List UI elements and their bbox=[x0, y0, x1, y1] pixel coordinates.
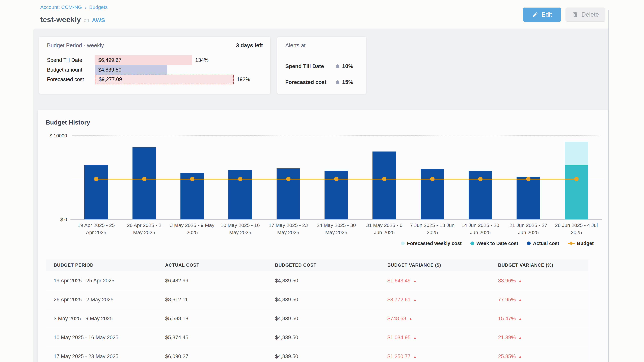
budget-amount-bar: $4,839.50 bbox=[95, 65, 167, 75]
table-cell-period: 19 Apr 2025 - 25 Apr 2025 bbox=[46, 271, 157, 290]
increase-triangle-icon: ▲ bbox=[413, 279, 417, 283]
increase-triangle-icon: ▲ bbox=[518, 298, 522, 302]
table-cell-actual: $6,090.27 bbox=[157, 347, 267, 362]
x-axis-label: 31 May 2025 - 6 Jun 2025 bbox=[362, 222, 407, 236]
table-cell-actual: $6,482.99 bbox=[157, 271, 267, 290]
alert-spend-label: Spend Till Date bbox=[285, 63, 324, 69]
breadcrumb-budgets-link[interactable]: Budgets bbox=[89, 4, 108, 10]
table-row: 19 Apr 2025 - 25 Apr 2025$6,482.99$4,839… bbox=[46, 271, 588, 290]
table-cell-variance-usd: $1,643.49▲ bbox=[379, 271, 490, 290]
alerts-title: Alerts at bbox=[285, 42, 306, 49]
x-axis-label: 10 May 2025 - 16 May 2025 bbox=[218, 222, 263, 236]
budget-history-table: BUDGET PERIODACTUAL COSTBUDGETED COSTBUD… bbox=[46, 259, 588, 362]
table-cell-budgeted: $4,839.50 bbox=[267, 271, 379, 290]
alert-row: Forecasted cost 15% bbox=[285, 77, 353, 87]
table-cell-actual: $5,588.18 bbox=[157, 309, 267, 328]
legend-label: Week to Date cost bbox=[476, 241, 518, 246]
legend-label: Actual cost bbox=[533, 241, 559, 246]
chart-bar-week-to-date[interactable] bbox=[565, 165, 588, 220]
breadcrumb: Account: CCM-NG › Budgets bbox=[40, 4, 108, 10]
title-connector: on bbox=[84, 17, 89, 23]
legend-label: Budget bbox=[577, 241, 594, 246]
budget-line-marker bbox=[142, 177, 146, 181]
budget-amount-label: Budget amount bbox=[47, 65, 82, 75]
table-cell-budgeted: $4,839.50 bbox=[267, 347, 379, 362]
alerts-card: Alerts at Spend Till Date 10% Forecasted… bbox=[277, 37, 366, 94]
budget-line-marker bbox=[478, 177, 482, 181]
legend-line-diamond-icon bbox=[568, 242, 574, 245]
table-cell-actual: $8,612.11 bbox=[157, 290, 267, 309]
chart-bar-forecast[interactable] bbox=[565, 142, 588, 165]
table-cell-variance-pct: 77.95%▲ bbox=[490, 290, 588, 309]
forecasted-cost-bar: $9,277.09 bbox=[95, 75, 234, 84]
increase-triangle-icon: ▲ bbox=[518, 355, 522, 359]
legend-item-actual-cost[interactable]: Actual cost bbox=[527, 241, 559, 246]
chart-bar-actual[interactable] bbox=[372, 151, 396, 220]
budget-period-title: Budget Period - weekly bbox=[47, 42, 104, 49]
budget-period-card: Budget Period - weekly 3 days left Spend… bbox=[39, 37, 270, 94]
x-axis-label: 21 Jun 2025 - 27 Jun 2025 bbox=[506, 222, 551, 236]
table-header-budget-variance-: BUDGET VARIANCE ($) bbox=[379, 259, 490, 271]
legend-item-budget[interactable]: Budget bbox=[568, 241, 594, 246]
x-axis-label: 28 Jun 2025 - 4 Jul 2025 bbox=[554, 222, 599, 236]
table-cell-variance-pct: 15.47%▲ bbox=[490, 309, 588, 328]
table-cell-variance-pct: 25.85%▲ bbox=[490, 347, 588, 362]
budget-amount-value: $4,839.50 bbox=[95, 67, 122, 73]
table-header-budgeted-cost: BUDGETED COST bbox=[267, 259, 379, 271]
table-cell-period: 10 May 2025 - 16 May 2025 bbox=[46, 328, 157, 347]
table-cell-variance-usd: $1,250.77▲ bbox=[379, 347, 490, 362]
legend-circle-icon bbox=[470, 242, 474, 245]
breadcrumb-account-link[interactable]: Account: CCM-NG bbox=[40, 4, 82, 10]
table-cell-period: 26 Apr 2025 - 2 May 2025 bbox=[46, 290, 157, 309]
edit-button[interactable]: Edit bbox=[523, 7, 561, 22]
bell-icon bbox=[335, 80, 340, 85]
table-row: 3 May 2025 - 9 May 2025$5,588.18$4,839.5… bbox=[46, 309, 588, 328]
x-axis-label: 24 May 2025 - 30 May 2025 bbox=[314, 222, 359, 236]
legend-item-forecasted-weekly-cost[interactable]: Forecasted weekly cost bbox=[401, 241, 462, 246]
trash-icon bbox=[572, 11, 578, 18]
table-cell-actual: $5,874.45 bbox=[157, 328, 267, 347]
table-header-actual-cost: ACTUAL COST bbox=[157, 259, 267, 271]
page-scrollbar[interactable] bbox=[608, 10, 609, 362]
x-axis-label: 3 May 2025 - 9 May 2025 bbox=[170, 222, 215, 236]
increase-triangle-icon: ▲ bbox=[413, 355, 417, 359]
days-left-badge: 3 days left bbox=[236, 42, 263, 49]
x-axis-label: 17 May 2025 - 23 May 2025 bbox=[266, 222, 311, 236]
alert-forecast-label: Forecasted cost bbox=[285, 79, 326, 85]
table-cell-period: 17 May 2025 - 23 May 2025 bbox=[46, 347, 157, 362]
chart-bar-actual[interactable] bbox=[276, 168, 300, 220]
budget-line-marker bbox=[94, 177, 98, 181]
table-header-budget-variance-: BUDGET VARIANCE (%) bbox=[490, 259, 588, 271]
increase-triangle-icon: ▲ bbox=[518, 279, 522, 283]
x-axis-line bbox=[70, 219, 602, 220]
x-axis-label: 26 Apr 2025 - 2 May 2025 bbox=[122, 222, 167, 236]
spend-till-date-value: $6,499.67 bbox=[95, 57, 122, 63]
table-row: 10 May 2025 - 16 May 2025$5,874.45$4,839… bbox=[46, 328, 588, 347]
budget-history-table-wrap: BUDGET PERIODACTUAL COSTBUDGETED COSTBUD… bbox=[46, 259, 588, 362]
budget-history-card: Budget History $ 10000 $ 0 19 Apr 2025 -… bbox=[38, 110, 608, 362]
table-cell-variance-usd: $748.68▲ bbox=[379, 309, 490, 328]
legend-item-week-to-date-cost[interactable]: Week to Date cost bbox=[470, 241, 518, 246]
increase-triangle-icon: ▲ bbox=[518, 336, 522, 340]
y-axis-tick-max: $ 10000 bbox=[42, 132, 67, 139]
chart-bar-actual[interactable] bbox=[516, 177, 540, 220]
table-scrollbar[interactable] bbox=[589, 259, 589, 362]
legend-label: Forecasted weekly cost bbox=[407, 241, 462, 246]
budget-history-title: Budget History bbox=[46, 119, 90, 126]
chart-bar-actual[interactable] bbox=[132, 147, 156, 220]
content-area: Budget Period - weekly 3 days left Spend… bbox=[33, 28, 608, 362]
page-title: test-weekly bbox=[40, 15, 81, 24]
increase-triangle-icon: ▲ bbox=[409, 317, 412, 321]
chart-bar-actual[interactable] bbox=[84, 165, 108, 220]
title-bar: test-weekly on AWS bbox=[40, 15, 105, 24]
table-row: 26 Apr 2025 - 2 May 2025$8,612.11$4,839.… bbox=[46, 290, 588, 309]
chart-legend: Forecasted weekly costWeek to Date costA… bbox=[401, 240, 594, 247]
delete-button[interactable]: Delete bbox=[566, 7, 606, 22]
x-axis-label: 7 Jun 2025 - 13 Jun 2025 bbox=[410, 222, 455, 236]
table-cell-budgeted: $4,839.50 bbox=[267, 309, 379, 328]
increase-triangle-icon: ▲ bbox=[518, 317, 522, 321]
alert-forecast-threshold: 15% bbox=[342, 79, 353, 85]
budget-line-marker bbox=[334, 177, 338, 181]
legend-circle-icon bbox=[527, 242, 531, 245]
x-axis-label: 19 Apr 2025 - 25 Apr 2025 bbox=[74, 222, 119, 236]
